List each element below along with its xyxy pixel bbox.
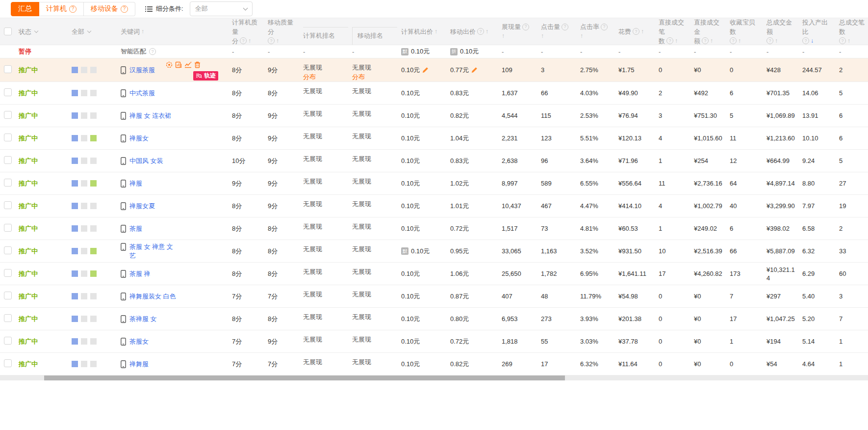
toolbar: 汇总计算机?移动设备? 细分条件: 全部 (0, 0, 868, 18)
header-impressions[interactable]: 展现量?↑ (498, 22, 537, 41)
sort-up-icon: ↑ (710, 36, 713, 46)
target-icon[interactable] (166, 61, 173, 68)
keyword-link[interactable]: 禅服女夏 (129, 202, 155, 211)
clicks-cell: 3 (537, 66, 576, 74)
header-clicks[interactable]: 点击量?↑ (537, 22, 576, 41)
rank-pc-cell: 无展现 (299, 263, 348, 285)
roi-cell: 7.97 (798, 202, 835, 210)
bid-value: 1.06元 (450, 269, 469, 278)
tab-汇总[interactable]: 汇总 (11, 2, 39, 16)
table-row: 推广中禅服女夏8分9分无展现无展现0.10元1.01元10,4374674.47… (0, 195, 868, 217)
tab-计算机[interactable]: 计算机? (39, 2, 84, 16)
segment-dropdown[interactable]: 全部 (190, 1, 253, 16)
row-checkbox[interactable] (4, 337, 12, 345)
header-group[interactable]: 全部 (68, 27, 117, 36)
bid-value: 0.87元 (450, 292, 469, 301)
edit-pencil-icon[interactable] (422, 67, 429, 73)
header-favorites[interactable]: 收藏宝贝数?↑ (726, 18, 763, 46)
row-checkbox[interactable] (4, 111, 12, 119)
header-label: 关键词 (121, 27, 140, 36)
keyword-link[interactable]: 茶禅服 女 (129, 315, 157, 323)
row-checkbox[interactable] (4, 134, 12, 141)
row-checkbox[interactable] (4, 224, 12, 232)
header-total-amount[interactable]: 总成交金额?↑ (763, 18, 798, 46)
track-button[interactable]: 轨迹 (193, 71, 218, 81)
header-total-orders[interactable]: 总成交笔数?↑ (835, 18, 868, 46)
header-label: 数 (659, 36, 665, 46)
rank-value: 无展现 (303, 86, 345, 96)
clicks-cell: 48 (537, 292, 576, 300)
keyword-link[interactable]: 茶服女 (129, 337, 149, 346)
header-select-all[interactable] (0, 27, 15, 35)
row-checkbox[interactable] (4, 179, 12, 187)
keyword-link[interactable]: 汉服茶服 (129, 66, 155, 75)
row-checkbox[interactable] (4, 156, 12, 164)
header-quality-pc[interactable]: 计算机质量分?↑ (228, 18, 264, 46)
header-direct-orders[interactable]: 直接成交笔数?↑ (655, 18, 690, 46)
total-amount-cell: - (763, 48, 798, 56)
keyword-link[interactable]: 茶服 女 禅意 文艺 (129, 242, 178, 260)
header-keyword[interactable]: 关键词↑ (117, 27, 228, 36)
keyword-link[interactable]: 禅舞服装女 白色 (129, 292, 176, 301)
header-roi[interactable]: 投入产出比?↓ (798, 18, 835, 46)
bid-mobile-cell: 1.01元 (446, 202, 498, 211)
row-checkbox[interactable] (4, 292, 12, 299)
scrollbar-thumb[interactable] (44, 376, 565, 380)
campaign-copy-icon[interactable] (175, 61, 182, 68)
rank-value: 无展现 (303, 312, 345, 322)
row-checkbox[interactable] (4, 246, 12, 254)
header-bid-mobile[interactable]: 移动出价?↑ (446, 27, 498, 36)
bid-value: 0.10元 (401, 269, 420, 278)
row-checkbox[interactable] (4, 65, 12, 73)
header-cost[interactable]: 花费?↑ (614, 27, 655, 36)
total-orders-cell: 1 (835, 337, 868, 346)
header-ctr[interactable]: 点击率?↑ (576, 22, 614, 41)
status-square-gray (90, 293, 97, 299)
keyword-cell: 禅舞服 (117, 353, 228, 375)
row-checkbox[interactable] (4, 359, 12, 367)
tab-移动设备[interactable]: 移动设备? (84, 2, 135, 16)
help-icon: ? (149, 48, 156, 55)
keyword-link[interactable]: 中国风 女装 (129, 157, 163, 165)
row-checkbox[interactable] (4, 314, 12, 322)
status-square-blue (72, 248, 78, 254)
header-status[interactable]: 状态 (15, 27, 68, 36)
total-orders-cell: 3 (835, 292, 868, 300)
bid-pc-cell: 0.10元 (397, 179, 446, 188)
rank-mobile-cell: 无展现 (348, 150, 397, 172)
header-label: 计算机质量 (232, 18, 261, 36)
row-checkbox[interactable] (4, 201, 12, 209)
header-label: 投入产出比 (802, 18, 832, 36)
rank-value: 无展现 (303, 109, 345, 118)
header-direct-amount[interactable]: 直接成交金额?↑ (690, 18, 726, 46)
keyword-link[interactable]: 中式茶服 (129, 89, 155, 98)
status-square-blue (72, 180, 78, 187)
direct-orders-cell: 11 (655, 179, 690, 188)
device-status-squares (72, 248, 114, 254)
header-label: 直接成交笔 (659, 18, 687, 36)
distribution-link[interactable]: 分布 (352, 72, 394, 81)
row-checkbox[interactable] (4, 88, 12, 96)
keyword-link[interactable]: 禅服 (129, 179, 142, 188)
distribution-link[interactable]: 分布 (303, 72, 345, 81)
edit-pencil-icon[interactable] (471, 67, 478, 73)
keyword-link[interactable]: 禅服女 (129, 134, 149, 143)
quality-score-pc: 7分 (228, 292, 264, 300)
header-bid-pc[interactable]: 计算机出价↑ (397, 27, 446, 36)
keyword-link[interactable]: 茶服 禅 (129, 269, 151, 278)
quality-score-mobile: 8分 (264, 247, 299, 255)
keyword-link[interactable]: 禅服 女 连衣裙 (129, 111, 171, 120)
status-square-green (90, 180, 97, 187)
keyword-link[interactable]: 禅舞服 (129, 360, 149, 369)
trend-chart-icon[interactable] (184, 61, 192, 68)
total-orders-cell: 1 (835, 360, 868, 368)
rank-value: 无展现 (352, 199, 394, 209)
direct-amount-cell: - (690, 48, 726, 56)
phone-icon (121, 360, 126, 368)
header-quality-mobile[interactable]: 移动质量分?↑ (264, 18, 299, 46)
keyword-link[interactable]: 茶服 (129, 224, 142, 233)
bid-value: 1.02元 (450, 179, 469, 188)
row-checkbox[interactable] (4, 269, 12, 277)
row-checkbox[interactable] (4, 27, 12, 35)
delete-icon[interactable] (194, 61, 201, 68)
